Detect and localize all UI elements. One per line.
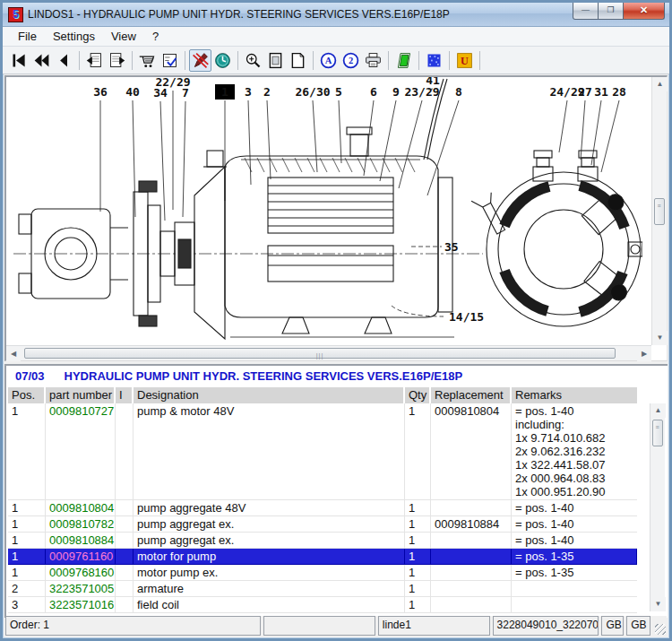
page-fit-icon[interactable]: [264, 49, 287, 72]
maximize-button[interactable]: ❐: [599, 3, 624, 20]
page-next-icon[interactable]: [106, 49, 128, 72]
diagram-horizontal-scrollbar[interactable]: ◀ ||| ▶: [6, 345, 651, 360]
part-number-cell: 0009810782: [46, 516, 116, 532]
scroll-right-icon[interactable]: ▶: [637, 346, 651, 361]
replacement-cell: [431, 581, 512, 596]
circle-2-icon[interactable]: 2: [340, 49, 362, 72]
checklist-icon[interactable]: [159, 49, 181, 72]
callout-28[interactable]: 28: [612, 85, 626, 99]
blue-pattern-icon[interactable]: [423, 49, 445, 72]
first-record-icon[interactable]: [8, 49, 30, 72]
table-vscroll-thumb[interactable]: ≡: [652, 420, 663, 446]
pos-cell: 1: [8, 549, 46, 564]
app-window: 5 LINDOS1 - HYDRAULIC PUMP UNIT HYDR. ST…: [0, 0, 672, 641]
table-scroll-up-icon[interactable]: ▲: [650, 403, 666, 418]
fast-back-icon[interactable]: [30, 49, 53, 72]
callout-8[interactable]: 8: [455, 85, 462, 99]
callout-14-15[interactable]: 14/15: [449, 310, 484, 324]
page-wide-icon[interactable]: [287, 49, 309, 72]
callout-5[interactable]: 5: [335, 85, 342, 99]
green-notepad-icon[interactable]: [392, 49, 415, 72]
table-row[interactable]: 10009768160motor pump ex.1= pos. 1-35: [8, 565, 637, 581]
diagram-area: 364022/2934713226/3056923/2984124/292731…: [4, 75, 668, 361]
table-row[interactable]: 10009810782pump aggregat ex.10009810884=…: [8, 516, 637, 533]
scroll-up-icon[interactable]: ▲: [652, 77, 668, 91]
callout-31[interactable]: 31: [594, 85, 608, 99]
printer-icon[interactable]: [362, 49, 384, 72]
cart-icon[interactable]: [136, 49, 159, 72]
remarks-cell: [512, 581, 637, 596]
diagram-vscroll-thumb[interactable]: ≡: [654, 198, 665, 225]
table-row[interactable]: 33223571016field coil1: [8, 597, 637, 613]
remarks-cell: [512, 597, 637, 612]
clock-icon[interactable]: [211, 49, 234, 72]
table-scroll-down-icon[interactable]: ▼: [650, 597, 666, 611]
remarks-cell: = pos. 1-40: [512, 500, 637, 515]
zoom-in-icon[interactable]: [242, 49, 264, 72]
callout-26-30[interactable]: 26/30: [295, 85, 330, 99]
page-prev-icon[interactable]: [83, 49, 106, 72]
i-cell: [116, 533, 134, 548]
table-row[interactable]: 10009810727pump & motor 48V10009810804= …: [8, 403, 637, 500]
remarks-cell: = pos. 1-40: [512, 533, 637, 548]
svg-text:A: A: [325, 56, 332, 65]
resize-grip[interactable]: [653, 616, 667, 636]
part-number-cell: 0009810727: [46, 403, 116, 499]
toolbar-separator: [185, 51, 185, 70]
back-icon[interactable]: [53, 49, 75, 72]
table-row[interactable]: 10009810884pump aggregat ex.1= pos. 1-40: [8, 533, 637, 549]
callout-36[interactable]: 36: [93, 85, 108, 99]
menu-file[interactable]: File: [10, 28, 45, 45]
column-header-pos-[interactable]: Pos.: [8, 387, 46, 403]
column-header-designation[interactable]: Designation: [134, 387, 405, 403]
circle-a-icon[interactable]: A: [317, 49, 340, 72]
callout-3[interactable]: 3: [245, 85, 252, 99]
callout-9[interactable]: 9: [392, 85, 400, 99]
column-header-remarks[interactable]: Remarks: [512, 387, 637, 403]
menu-settings[interactable]: Settings: [45, 28, 103, 45]
diagram-vertical-scrollbar[interactable]: ▲ ≡ ▼: [651, 77, 667, 345]
column-header-qty[interactable]: Qty: [405, 387, 431, 403]
diagram-hscroll-thumb[interactable]: |||: [24, 348, 616, 359]
callout-2[interactable]: 2: [263, 85, 271, 99]
column-header-i[interactable]: I: [116, 387, 134, 403]
scroll-left-icon[interactable]: ◀: [6, 346, 21, 361]
callout-27[interactable]: 27: [578, 85, 592, 99]
callout-6[interactable]: 6: [370, 85, 377, 99]
designation-cell: field coil: [134, 597, 405, 612]
pos-cell: 1: [8, 500, 46, 515]
designation-cell: pump aggregat ex.: [134, 516, 405, 532]
remarks-cell: = pos. 1-40 including: 1x 9.714.010.682 …: [512, 403, 637, 499]
column-header-part-number[interactable]: part number: [46, 387, 116, 403]
status-order: Order: 1: [5, 616, 261, 636]
menu-view[interactable]: View: [103, 28, 144, 45]
qty-cell: 1: [405, 403, 431, 499]
menu-help[interactable]: ?: [144, 28, 167, 45]
part-number-cell: 0009810884: [46, 533, 116, 548]
statusbar: Order: 1linde13228049010_3220703GBGB: [5, 616, 667, 636]
callout-7[interactable]: 7: [182, 86, 189, 100]
close-button[interactable]: ✕: [624, 3, 665, 20]
table-row[interactable]: 10009810804pump aggregate 48V1= pos. 1-4…: [8, 500, 637, 516]
callout-35[interactable]: 35: [444, 240, 459, 254]
i-cell: [116, 549, 134, 564]
titlebar: 5 LINDOS1 - HYDRAULIC PUMP UNIT HYDR. ST…: [3, 3, 669, 27]
table-vertical-scrollbar[interactable]: ▲ ≡ ▼: [650, 403, 665, 611]
toolbar-separator: [237, 51, 238, 70]
callout-23-29[interactable]: 23/29: [404, 85, 439, 99]
callout-1[interactable]: 1: [221, 85, 228, 99]
pos-cell: 1: [8, 403, 46, 499]
scroll-down-icon[interactable]: ▼: [652, 331, 668, 345]
u-gold-icon[interactable]: U: [453, 49, 476, 72]
callout-34[interactable]: 34: [153, 86, 168, 100]
table-row[interactable]: 23223571005armature1: [8, 581, 637, 597]
minimize-button[interactable]: —: [573, 3, 599, 20]
qty-cell: 1: [405, 533, 431, 548]
grid-header: Pos.part numberIDesignationQtyReplacemen…: [8, 387, 637, 403]
column-header-replacement[interactable]: Replacement: [431, 387, 512, 403]
pos-cell: 3: [8, 597, 46, 612]
no-draw-pen-icon[interactable]: [189, 49, 211, 72]
callout-40[interactable]: 40: [125, 85, 140, 99]
callout-41[interactable]: 41: [426, 77, 440, 87]
table-row[interactable]: 10009761160motor for pump1= pos. 1-35: [8, 549, 637, 565]
